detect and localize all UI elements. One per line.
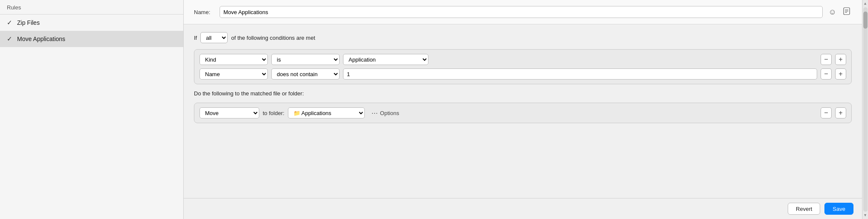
options-dots-icon: ··· — [372, 109, 378, 118]
name-actions: ☺ — [827, 6, 852, 18]
emoji-icon: ☺ — [829, 8, 836, 17]
remove-condition-1-button[interactable]: − — [821, 54, 832, 65]
plus-icon-2: + — [839, 70, 842, 78]
minus-icon-2: − — [824, 70, 828, 78]
condition-row-1: Kind is Application − + — [199, 54, 846, 65]
right-scrollbar: ▲ ▼ — [862, 0, 868, 219]
content-area: Name: ☺ If all — [184, 0, 862, 219]
save-button[interactable]: Save — [824, 203, 853, 215]
add-condition-1-button[interactable]: + — [835, 54, 846, 65]
rule-area: If all of the following conditions are m… — [184, 24, 862, 198]
minus-icon-action: − — [824, 109, 828, 117]
action-block: Move to folder: 📁 Applications ··· Optio… — [194, 103, 852, 123]
scrollbar-thumb[interactable] — [863, 12, 868, 29]
all-any-select[interactable]: all — [200, 32, 228, 43]
sidebar-item-move-applications[interactable]: ✓ Move Applications — [0, 31, 183, 47]
if-label: If — [194, 35, 197, 41]
operator-select-1[interactable]: is — [271, 54, 340, 65]
field-select-1[interactable]: Kind — [199, 54, 268, 65]
condition-suffix: of the following conditions are met — [231, 35, 315, 41]
options-button[interactable]: ··· Options — [368, 108, 403, 118]
scroll-up-arrow[interactable]: ▲ — [862, 1, 868, 6]
scrollbar-track[interactable] — [863, 7, 868, 212]
add-action-button[interactable]: + — [835, 107, 846, 118]
action-header: Do the following to the matched file or … — [194, 90, 852, 97]
plus-icon-action: + — [839, 109, 842, 117]
remove-action-button[interactable]: − — [821, 107, 832, 118]
value-input-2[interactable] — [343, 68, 817, 80]
remove-condition-2-button[interactable]: − — [821, 68, 832, 80]
check-icon-move-applications: ✓ — [6, 35, 13, 43]
operator-select-2[interactable]: does not contain — [271, 68, 340, 80]
condition-header: If all of the following conditions are m… — [194, 32, 852, 43]
value-select-1[interactable]: Application — [343, 54, 428, 65]
name-row: Name: ☺ — [184, 0, 862, 24]
scroll-down-arrow[interactable]: ▼ — [862, 213, 868, 218]
note-icon — [843, 7, 850, 17]
condition-row-2: Name does not contain − + — [199, 68, 846, 80]
folder-select[interactable]: 📁 Applications — [288, 107, 365, 118]
sidebar-item-zip-files[interactable]: ✓ Zip Files — [0, 15, 183, 31]
check-icon-zip-files: ✓ — [6, 19, 13, 27]
name-input[interactable] — [220, 6, 823, 18]
field-select-2[interactable]: Name — [199, 68, 268, 80]
add-condition-2-button[interactable]: + — [835, 68, 846, 80]
sidebar: Rules ✓ Zip Files ✓ Move Applications — [0, 0, 184, 219]
to-folder-label: to folder: — [263, 110, 284, 116]
action-row: Move to folder: 📁 Applications ··· Optio… — [199, 107, 846, 118]
sidebar-item-label-move-applications: Move Applications — [17, 36, 65, 42]
sidebar-item-label-zip-files: Zip Files — [17, 19, 40, 26]
conditions-block: Kind is Application − + Name — [194, 49, 852, 84]
note-button[interactable] — [842, 6, 852, 18]
plus-icon-1: + — [839, 56, 842, 63]
name-label: Name: — [194, 9, 215, 15]
options-label: Options — [380, 110, 399, 116]
minus-icon-1: − — [824, 56, 828, 63]
emoji-button[interactable]: ☺ — [827, 7, 838, 18]
bottom-bar: Revert Save — [184, 198, 862, 219]
revert-button[interactable]: Revert — [788, 203, 820, 215]
action-select[interactable]: Move — [199, 107, 259, 118]
sidebar-title: Rules — [0, 0, 183, 15]
